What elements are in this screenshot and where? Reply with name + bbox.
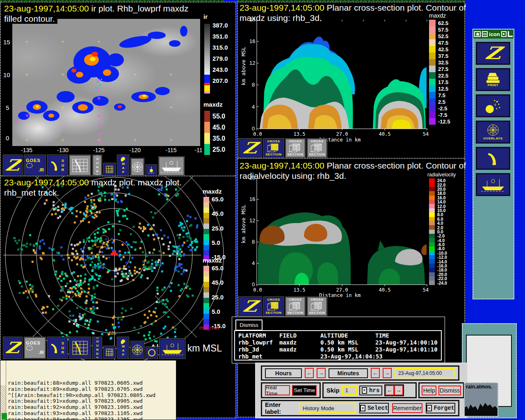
ppi-toolbar: Z GOES.IR SUR BOUNDS MAP bbox=[3, 336, 185, 358]
icon-dock-titlebar[interactable]: icon bbox=[473, 30, 514, 39]
minutes-back-button[interactable]: ← bbox=[371, 368, 380, 378]
cube-icon bbox=[267, 301, 281, 311]
real-time-button[interactable]: Real Time bbox=[265, 385, 290, 395]
grid-radar-button[interactable] bbox=[69, 337, 91, 358]
ir-title-text: ir plot. Rhb_lowprf maxdz bbox=[89, 4, 189, 13]
dismiss-button[interactable]: Dismiss bbox=[438, 386, 461, 395]
window-menu-icon[interactable] bbox=[474, 31, 481, 37]
cross-section-button-active[interactable]: CROSS SECTION bbox=[264, 297, 283, 316]
zebra-logo-button[interactable]: Z bbox=[239, 297, 262, 316]
ir-panel-title-line2: filled contour. bbox=[4, 14, 57, 24]
ir-title-date: 23-aug-1997,14:05:00 bbox=[4, 4, 89, 13]
bounds-button[interactable]: BOUNDS bbox=[93, 155, 102, 176]
cube-icon bbox=[310, 143, 324, 153]
set-time-button[interactable]: Set Time bbox=[292, 385, 317, 396]
polar-grid-button[interactable] bbox=[131, 341, 144, 358]
sur-radar-button[interactable]: SUR bbox=[48, 337, 67, 358]
map-button[interactable]: MAP bbox=[117, 337, 129, 358]
xsec2-xtick: 0.0 bbox=[253, 287, 262, 293]
buoy-button[interactable] bbox=[146, 165, 157, 176]
ppi-title-date: 23-aug-1997,14:05:00 bbox=[4, 178, 89, 187]
help-button[interactable]: Help bbox=[422, 386, 436, 395]
skip-field[interactable]: 1 bbox=[342, 386, 357, 395]
svg-text:+: + bbox=[25, 72, 28, 78]
select-button[interactable]: Select bbox=[359, 403, 389, 413]
ir-satellite-image[interactable]: +++++ ++++ +++ +++++ bbox=[12, 19, 200, 146]
minutes-button[interactable]: Minutes bbox=[329, 368, 368, 378]
table-row: rhb_lowprfmaxdz 0.50 km MSL23-Aug-97,14:… bbox=[235, 339, 441, 346]
hours-back-button[interactable]: ← bbox=[305, 368, 314, 378]
dock-satellite-button[interactable] bbox=[476, 94, 510, 117]
ppi-radar-display[interactable]: wx+met bbox=[1, 176, 235, 360]
ship-button[interactable] bbox=[159, 157, 184, 176]
hours-forward-button[interactable]: → bbox=[317, 368, 326, 378]
dock-radar-button[interactable] bbox=[476, 147, 510, 170]
dock-overlays-button[interactable]: OVERLAYS bbox=[476, 121, 510, 144]
dock-ship-button[interactable] bbox=[476, 173, 510, 196]
ir-ytick: 0 bbox=[6, 135, 9, 142]
table-body: rhb_lowprfmaxdz 0.50 km MSL23-Aug-97,14:… bbox=[235, 339, 441, 360]
zebra-logo-button[interactable]: Z bbox=[3, 155, 22, 176]
ppi-panel-title: 23-aug-1997,14:05:00 maxdz plot. maxdz p… bbox=[4, 177, 182, 187]
xsec2-colorbar-title: radialvelocity bbox=[427, 172, 456, 178]
cross-section-button[interactable]: CROSS SECTION bbox=[307, 139, 327, 158]
ir-ytick: 15 bbox=[3, 39, 10, 46]
dock-print-button[interactable]: PRINT bbox=[476, 68, 510, 91]
svg-text:ψ: ψ bbox=[20, 106, 23, 111]
minutes-forward-button[interactable]: → bbox=[383, 368, 392, 378]
cross-section-button-active[interactable]: CROSS SECTION bbox=[264, 139, 283, 158]
rain-atmos-icon-window[interactable]: rain.atmos. bbox=[464, 382, 498, 417]
window-resize-icon[interactable] bbox=[508, 31, 513, 37]
skip-forward-button[interactable]: → bbox=[394, 385, 403, 395]
dish-icon bbox=[26, 163, 33, 168]
svg-text:+: + bbox=[169, 137, 172, 143]
small-grid-button[interactable] bbox=[104, 163, 115, 176]
skip-units-button[interactable]: hrs bbox=[359, 386, 382, 395]
xsec1-title: 23-aug-1997,14:05:00 Planar cross-sectio… bbox=[240, 2, 466, 13]
terminal-window[interactable]: rain:beaufait:88>xdump.all 970823.0605.x… bbox=[0, 360, 176, 420]
ir-toolbar: Z GOES.IR SUR BOUNDS MAP bbox=[3, 154, 184, 176]
zebra-logo-button[interactable]: Z bbox=[239, 139, 262, 158]
terminal-scrollbar[interactable] bbox=[0, 361, 6, 420]
sur-radar-button[interactable]: SUR bbox=[48, 155, 67, 176]
terminal-line: ^[[Arain:beaufait:90>xdump.all 970823.08… bbox=[8, 393, 155, 399]
remember-button[interactable]: Remember bbox=[392, 403, 422, 413]
map-button[interactable]: MAP bbox=[117, 155, 129, 176]
xsec2-ytick: 16 bbox=[249, 196, 255, 202]
bounds-button[interactable]: BOUNDS bbox=[93, 337, 102, 358]
ir-panel: +++++ ++++ +++ +++++ bbox=[1, 2, 235, 176]
svg-text:ψ: ψ bbox=[98, 139, 101, 145]
circle-button[interactable] bbox=[146, 347, 158, 358]
ppi-colorbar2-ticks: 65.045.025.05.0-15.0 bbox=[212, 265, 226, 329]
goes-ir-button[interactable]: GOES.IR bbox=[24, 337, 46, 358]
dock-zebra-button[interactable]: Z bbox=[476, 42, 510, 65]
ship-button[interactable] bbox=[160, 339, 185, 358]
xsec1-plot[interactable] bbox=[256, 20, 428, 130]
label-frame: Enter label: History Mode Select Remembe… bbox=[261, 400, 459, 416]
xsec1-ytick: 16 bbox=[249, 38, 255, 44]
xsec2-plot[interactable] bbox=[256, 178, 428, 286]
polar-grid-button[interactable] bbox=[131, 158, 144, 176]
zebra-logo-button[interactable]: Z bbox=[3, 337, 22, 358]
label-field[interactable]: History Mode bbox=[299, 403, 356, 413]
platform-table-window: Dismiss PLATFORMFIELD ALTITUDETIME rhb_l… bbox=[232, 317, 445, 363]
small-grid-button[interactable] bbox=[104, 346, 115, 358]
cross-section-button[interactable]: CROSS SECTION bbox=[285, 139, 305, 158]
hours-button[interactable]: Hours bbox=[265, 368, 302, 378]
dismiss-button[interactable]: Dismiss bbox=[235, 320, 262, 331]
window-doc-icon[interactable] bbox=[482, 31, 488, 37]
window-iconify-icon[interactable] bbox=[501, 31, 507, 37]
grid-icon bbox=[105, 348, 114, 356]
cross-section-button[interactable]: CROSS SECTION bbox=[307, 297, 327, 316]
skip-back-button[interactable]: ← bbox=[385, 385, 394, 395]
grid-radar-button[interactable] bbox=[69, 155, 91, 176]
goes-ir-button[interactable]: GOES.IR bbox=[24, 155, 46, 176]
time-field[interactable]: 23-Aug-97,14:05:00 bbox=[395, 368, 454, 378]
xsec1-xtick: 54 bbox=[423, 131, 429, 137]
skip-frame: Skip 1 hrs ← → bbox=[322, 382, 417, 398]
forget-button[interactable]: Forget bbox=[426, 403, 455, 413]
ir-xtick: -11 bbox=[194, 147, 202, 153]
terrain-silhouette bbox=[465, 402, 498, 416]
cube-icon bbox=[288, 143, 302, 153]
cross-section-button[interactable]: CROSS SECTION bbox=[285, 297, 305, 316]
